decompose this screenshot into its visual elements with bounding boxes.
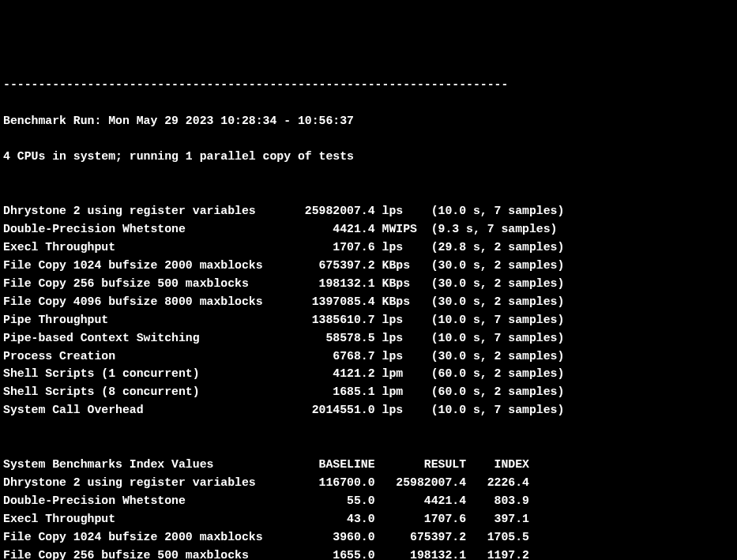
result-row: File Copy 4096 bufsize 8000 maxblocks 13…: [3, 293, 734, 311]
index-header: System Benchmarks Index Values BASELINE …: [3, 456, 734, 474]
index-row: File Copy 1024 bufsize 2000 maxblocks 39…: [3, 528, 734, 547]
result-row: Pipe Throughput 1385610.7 lps (10.0 s, 7…: [3, 311, 734, 329]
index-row: Double-Precision Whetstone 55.0 4421.4 8…: [3, 492, 734, 510]
index-row: File Copy 256 bufsize 500 maxblocks 1655…: [3, 547, 734, 560]
result-row: System Call Overhead 2014551.0 lps (10.0…: [3, 401, 734, 419]
separator-line: ----------------------------------------…: [3, 76, 734, 94]
result-row: Process Creation 6768.7 lps (30.0 s, 2 s…: [3, 348, 734, 366]
result-row: Dhrystone 2 using register variables 259…: [3, 202, 734, 220]
index-row: Dhrystone 2 using register variables 116…: [3, 474, 734, 492]
result-row: Pipe-based Context Switching 58578.5 lps…: [3, 329, 734, 348]
cpu-info: 4 CPUs in system; running 1 parallel cop…: [3, 148, 734, 166]
index-row: Execl Throughput 43.0 1707.6 397.1: [3, 510, 734, 528]
result-row: Shell Scripts (8 concurrent) 1685.1 lpm …: [3, 383, 734, 401]
result-row: Shell Scripts (1 concurrent) 4121.2 lpm …: [3, 365, 734, 383]
results-section: Dhrystone 2 using register variables 259…: [3, 202, 734, 419]
benchmark-run-info: Benchmark Run: Mon May 29 2023 10:28:34 …: [3, 112, 734, 130]
result-row: Execl Throughput 1707.6 lps (29.8 s, 2 s…: [3, 239, 734, 257]
result-row: Double-Precision Whetstone 4421.4 MWIPS …: [3, 220, 734, 239]
index-section: System Benchmarks Index Values BASELINE …: [3, 456, 734, 560]
result-row: File Copy 1024 bufsize 2000 maxblocks 67…: [3, 257, 734, 275]
result-row: File Copy 256 bufsize 500 maxblocks 1981…: [3, 275, 734, 293]
